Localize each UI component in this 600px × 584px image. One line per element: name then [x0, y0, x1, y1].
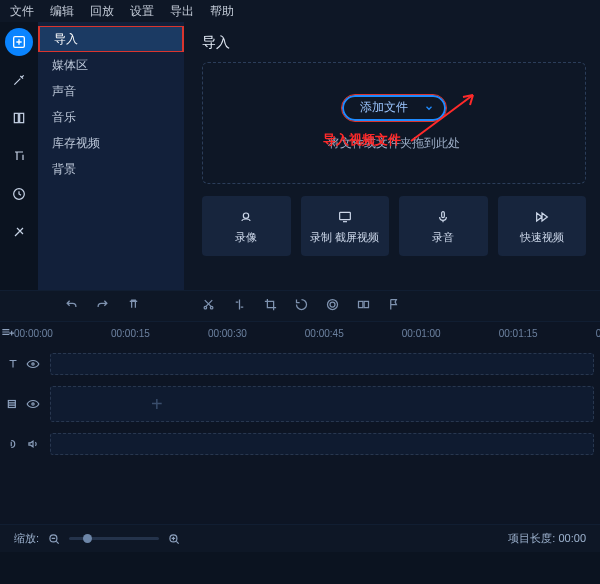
dropzone-caption: 将文件或文件夹拖到此处 — [328, 135, 460, 152]
svg-point-15 — [32, 403, 34, 405]
length-label: 项目长度: — [508, 532, 555, 544]
import-tab-icon[interactable] — [5, 28, 33, 56]
timeline-ruler[interactable]: 00:00:00 00:00:15 00:00:30 00:00:45 00:0… — [14, 322, 600, 344]
sidebar-item-label: 媒体区 — [52, 57, 88, 74]
length-value: 00:00 — [558, 532, 586, 544]
zoom-out-button[interactable] — [47, 532, 61, 546]
record-camera-button[interactable]: 录像 — [202, 196, 291, 256]
project-length: 项目长度: 00:00 — [508, 531, 586, 546]
undo-button[interactable] — [64, 297, 79, 315]
sidebar-item-label: 导入 — [54, 31, 78, 48]
menu-file[interactable]: 文件 — [2, 1, 42, 22]
zoom-in-button[interactable] — [167, 532, 181, 546]
sidebar-item-label: 背景 — [52, 161, 76, 178]
svg-point-13 — [32, 363, 34, 365]
status-bar: 缩放: 项目长度: 00:00 — [0, 524, 600, 552]
ruler-tick: 00:01:00 — [402, 328, 441, 339]
svg-point-4 — [244, 213, 249, 218]
ruler-tick: 00:01:30 — [596, 328, 600, 339]
zoom-slider[interactable] — [69, 537, 159, 540]
record-screen-label: 录制 截屏视频 — [310, 231, 379, 244]
ruler-tick: 00:00:15 — [111, 328, 150, 339]
text-icon[interactable] — [5, 142, 33, 170]
timeline-toolbar — [0, 290, 600, 322]
mic-icon — [435, 209, 451, 225]
chevron-down-icon — [424, 103, 434, 113]
svg-rect-12 — [364, 301, 368, 307]
sidebar-item-music[interactable]: 音乐 — [38, 104, 184, 130]
add-file-button[interactable]: 添加文件 — [342, 95, 446, 121]
sidebar-item-stock[interactable]: 库存视频 — [38, 130, 184, 156]
add-file-label: 添加文件 — [360, 99, 408, 116]
transition-button[interactable] — [356, 297, 371, 315]
timeline: 00:00:00 00:00:15 00:00:30 00:00:45 00:0… — [0, 322, 600, 552]
svg-rect-6 — [442, 211, 445, 217]
svg-point-9 — [330, 302, 335, 307]
track-audio — [0, 424, 600, 464]
ruler-tick: 00:00:45 — [305, 328, 344, 339]
record-screen-button[interactable]: 录制 截屏视频 — [301, 196, 390, 256]
screen-icon — [337, 209, 353, 225]
sidebar-item-label: 声音 — [52, 83, 76, 100]
panel-title: 导入 — [202, 34, 586, 52]
svg-rect-14 — [8, 401, 15, 408]
sidebar-item-label: 音乐 — [52, 109, 76, 126]
audio-lane[interactable] — [50, 433, 594, 455]
menu-settings[interactable]: 设置 — [122, 1, 162, 22]
svg-point-10 — [328, 300, 338, 310]
sidebar-item-media[interactable]: 媒体区 — [38, 52, 184, 78]
track-text — [0, 344, 600, 384]
svg-point-7 — [204, 306, 207, 309]
camera-icon — [238, 209, 254, 225]
menu-bar: 文件 编辑 回放 设置 导出 帮助 — [0, 0, 600, 22]
sidebar-item-background[interactable]: 背景 — [38, 156, 184, 182]
video-lane[interactable]: + — [50, 386, 594, 422]
color-button[interactable] — [325, 297, 340, 315]
cut-button[interactable] — [201, 297, 216, 315]
svg-rect-1 — [14, 113, 18, 122]
main-row: 导入 媒体区 声音 音乐 库存视频 背景 导入 添加文件 将文件或文件夹拖到此处… — [0, 22, 600, 290]
visibility-icon[interactable] — [26, 397, 40, 411]
video-track-icon — [6, 397, 20, 411]
svg-rect-2 — [20, 113, 24, 122]
crop-button[interactable] — [263, 297, 278, 315]
ruler-tick: 00:00:00 — [14, 328, 53, 339]
zoom-label: 缩放: — [14, 531, 39, 546]
svg-point-8 — [210, 306, 213, 309]
left-icon-strip — [0, 22, 38, 290]
text-track-icon — [6, 357, 20, 371]
visibility-icon[interactable] — [26, 357, 40, 371]
ruler-tick: 00:00:30 — [208, 328, 247, 339]
add-track-button[interactable] — [0, 325, 14, 342]
fast-icon — [534, 209, 550, 225]
clock-icon[interactable] — [5, 180, 33, 208]
text-lane[interactable] — [50, 353, 594, 375]
delete-button[interactable] — [126, 297, 141, 315]
fast-video-button[interactable]: 快速视频 — [498, 196, 587, 256]
rotate-button[interactable] — [294, 297, 309, 315]
menu-playback[interactable]: 回放 — [82, 1, 122, 22]
sidebar-item-import[interactable]: 导入 — [38, 26, 184, 52]
import-dropzone[interactable]: 添加文件 将文件或文件夹拖到此处 导入视频文件 — [202, 62, 586, 184]
marker-button[interactable] — [387, 297, 402, 315]
menu-export[interactable]: 导出 — [162, 1, 202, 22]
track-video: + — [0, 384, 600, 424]
svg-rect-5 — [339, 212, 350, 219]
svg-rect-11 — [359, 301, 363, 307]
record-camera-label: 录像 — [235, 231, 257, 244]
mute-icon[interactable] — [26, 437, 40, 451]
sidebar-item-sound[interactable]: 声音 — [38, 78, 184, 104]
wrench-icon[interactable] — [5, 218, 33, 246]
menu-edit[interactable]: 编辑 — [42, 1, 82, 22]
redo-button[interactable] — [95, 297, 110, 315]
sidebar: 导入 媒体区 声音 音乐 库存视频 背景 — [38, 22, 184, 290]
add-clip-icon[interactable]: + — [51, 393, 593, 416]
record-audio-button[interactable]: 录音 — [399, 196, 488, 256]
zoom-control: 缩放: — [14, 531, 181, 546]
layout-icon[interactable] — [5, 104, 33, 132]
split-button[interactable] — [232, 297, 247, 315]
wand-icon[interactable] — [5, 66, 33, 94]
capture-buttons: 录像 录制 截屏视频 录音 快速视频 — [202, 196, 586, 256]
menu-help[interactable]: 帮助 — [202, 1, 242, 22]
sidebar-item-label: 库存视频 — [52, 135, 100, 152]
